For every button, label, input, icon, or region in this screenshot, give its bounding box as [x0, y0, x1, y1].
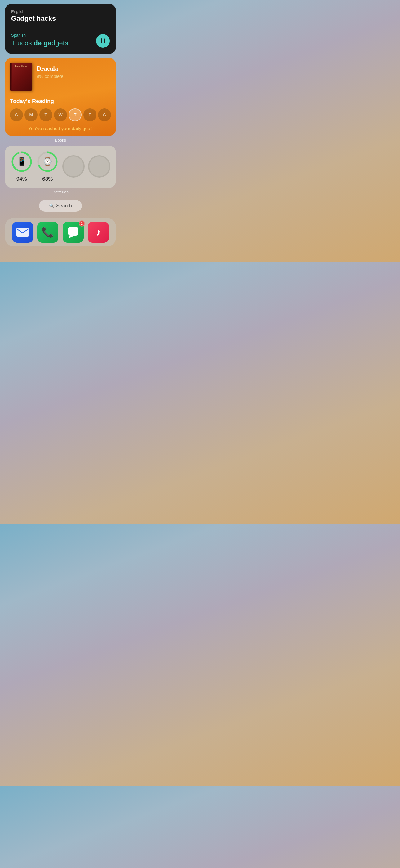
dest-text: Trucos de gadgets [11, 39, 110, 48]
watch-icon: ⌚ [42, 157, 53, 166]
phone-battery-percent: 94% [16, 176, 27, 182]
books-widget-label: Books [0, 138, 121, 143]
dest-text-bold: de ga [34, 39, 52, 47]
days-row: S M T W T F S [10, 108, 111, 121]
svg-marker-6 [69, 236, 73, 239]
messages-icon [67, 226, 80, 239]
book-progress: 9% complete [37, 73, 111, 79]
book-cover: Bram Stoker [10, 63, 32, 91]
battery-item-watch: ⌚ 68% [35, 151, 60, 182]
pause-bar-right [104, 38, 105, 43]
mail-icon [16, 228, 29, 237]
batteries-row: 📱 94% ⌚ 68% [9, 151, 112, 182]
battery-item-empty-2 [87, 155, 112, 178]
translation-widget: English Gadget hacks Spanish Trucos de g… [5, 4, 116, 54]
search-label: Search [56, 203, 72, 209]
pause-icon [101, 38, 105, 43]
reading-section-label: Today's Reading [10, 98, 111, 104]
phone-icon: 📱 [17, 157, 27, 166]
book-title: Dracula [37, 65, 111, 72]
books-book-section: Bram Stoker Dracula 9% complete [5, 58, 116, 95]
battery-item-empty-1 [61, 155, 86, 178]
search-icon: 🔍 [49, 203, 54, 208]
battery-circle-empty-2 [88, 155, 110, 178]
book-author-label: Bram Stoker [11, 65, 31, 67]
pause-button[interactable] [96, 34, 110, 48]
battery-circle-empty-1 [62, 155, 85, 178]
day-friday: F [84, 108, 96, 121]
batteries-widget: 📱 94% ⌚ 68% [5, 146, 116, 188]
dest-language-label: Spanish [11, 33, 110, 37]
dock-app-music[interactable]: ♪ [88, 222, 109, 243]
dest-text-rest: dgets [52, 39, 68, 47]
translation-divider [11, 28, 110, 28]
book-info: Dracula 9% complete [37, 63, 111, 79]
books-widget: Bram Stoker Dracula 9% complete Today's … [5, 58, 116, 136]
source-language-label: English [11, 9, 110, 14]
dock-app-mail[interactable] [12, 222, 33, 243]
battery-circle-watch: ⌚ [36, 151, 59, 173]
battery-circle-phone: 📱 [10, 151, 33, 173]
source-text: Gadget hacks [11, 14, 110, 23]
svg-rect-4 [16, 228, 29, 237]
day-tuesday: T [39, 108, 53, 121]
search-button[interactable]: 🔍 Search [39, 200, 82, 212]
day-saturday: S [98, 108, 111, 121]
pause-bar-left [101, 38, 102, 43]
dock-app-messages[interactable]: 2 [63, 222, 84, 243]
day-sunday: S [10, 108, 23, 121]
day-thursday-active: T [69, 108, 81, 121]
day-wednesday: W [54, 108, 67, 121]
music-icon: ♪ [96, 226, 101, 238]
daily-goal-text: You've reached your daily goal! [10, 126, 111, 131]
battery-item-phone: 📱 94% [9, 151, 34, 182]
dock: 📞 2 ♪ [5, 218, 116, 247]
watch-battery-percent: 68% [42, 176, 53, 182]
phone-icon-dock: 📞 [41, 226, 54, 238]
svg-rect-5 [68, 227, 78, 236]
books-reading-section: Today's Reading S M T W T F S You've rea… [5, 95, 116, 136]
day-monday: M [25, 108, 37, 121]
dest-text-plain: Trucos [11, 39, 34, 47]
messages-badge: 2 [79, 220, 85, 227]
batteries-widget-label: Batteries [0, 190, 121, 194]
dock-app-phone[interactable]: 📞 [37, 222, 58, 243]
